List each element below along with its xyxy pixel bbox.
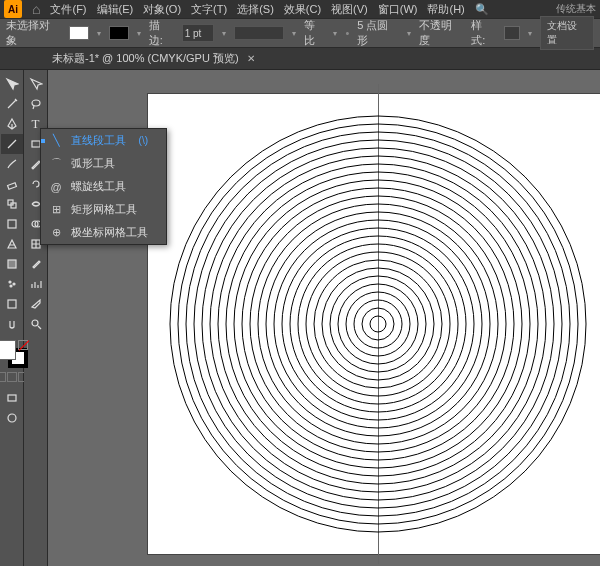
svg-point-40 [186,132,570,516]
symbol-spray-tool[interactable] [1,274,23,294]
svg-rect-0 [7,183,16,189]
perspective-tool[interactable] [1,234,23,254]
menu-view[interactable]: 视图(V) [331,2,368,17]
svg-point-29 [274,220,482,428]
artboard[interactable] [148,94,600,554]
flyout-rect-grid[interactable]: ⊞ 矩形网格工具 [41,198,166,221]
profile-select[interactable]: 5 点圆形 [357,18,399,48]
svg-point-42 [170,116,586,532]
fill-dropdown-icon[interactable]: ▾ [97,29,101,38]
svg-rect-3 [8,220,16,228]
svg-point-21 [338,284,418,364]
pen-tool[interactable] [1,114,23,134]
flyout-arc[interactable]: ⌒ 弧形工具 [41,152,166,175]
flyout-label: 极坐标网格工具 [71,225,148,240]
uniform-label[interactable]: 等比 [304,18,326,48]
svg-point-20 [346,292,410,356]
app-logo: Ai [4,0,22,18]
draw-mode-tool[interactable] [1,408,23,428]
close-icon[interactable]: ✕ [247,53,255,64]
brush-tool[interactable] [1,154,23,174]
eyedropper-tool[interactable] [25,254,47,274]
svg-point-23 [322,268,434,380]
svg-point-34 [234,180,522,468]
stroke-label: 描边: [149,18,174,48]
document-tab[interactable]: 未标题-1* @ 100% (CMYK/GPU 预览) [52,51,239,66]
menu-file[interactable]: 文件(F) [50,2,86,17]
line-tool[interactable] [1,134,23,154]
svg-point-27 [290,236,466,412]
svg-point-41 [178,124,578,524]
selection-status: 未选择对象 [6,18,61,48]
stroke-dash[interactable] [234,26,284,40]
stroke-swatch[interactable] [109,26,129,40]
menu-object[interactable]: 对象(O) [143,2,181,17]
opacity-label[interactable]: 不透明度 [419,18,463,48]
svg-point-11 [32,100,40,106]
svg-point-17 [370,316,386,332]
style-label: 样式: [471,18,496,48]
fill-swatch[interactable] [69,26,89,40]
flyout-line-segment[interactable]: ╲ 直线段工具 (\) [41,129,166,152]
lasso-tool[interactable] [25,94,47,114]
eraser-tool[interactable] [1,174,23,194]
menu-help[interactable]: 帮助(H) [427,2,464,17]
spiral-icon: @ [49,180,63,194]
scale-tool[interactable] [1,194,23,214]
svg-point-39 [194,140,562,508]
graph-tool[interactable] [25,274,47,294]
selection-tool[interactable] [1,74,23,94]
none-icon[interactable] [18,340,28,350]
style-swatch[interactable] [504,26,520,40]
svg-point-32 [250,196,506,452]
svg-point-38 [202,148,554,500]
flyout-polar-grid[interactable]: ⊕ 极坐标网格工具 [41,221,166,244]
gradient-tool[interactable] [1,254,23,274]
menu-edit[interactable]: 编辑(E) [97,2,134,17]
menu-select[interactable]: 选择(S) [237,2,274,17]
flyout-shortcut: (\) [139,135,148,146]
search-icon[interactable]: 🔍 [475,3,489,16]
artwork-circles [158,104,598,544]
svg-point-10 [8,414,16,422]
line-icon: ╲ [49,134,63,148]
fill-color[interactable] [0,340,16,360]
svg-point-28 [282,228,474,420]
free-transform-tool[interactable] [1,214,23,234]
menu-type[interactable]: 文字(T) [191,2,227,17]
svg-point-6 [13,283,15,285]
slice-tool[interactable] [25,294,47,314]
home-icon[interactable]: ⌂ [32,1,40,17]
fill-stroke-swatch[interactable] [0,340,28,368]
zoom-tool[interactable] [25,314,47,334]
direct-selection-tool[interactable] [25,74,47,94]
svg-rect-8 [8,300,16,308]
selected-dot-icon [41,139,45,143]
svg-rect-9 [8,395,16,401]
document-tabbar: 未标题-1* @ 100% (CMYK/GPU 预览) ✕ [0,48,600,70]
svg-rect-12 [32,141,40,147]
svg-point-16 [32,320,38,326]
svg-point-31 [258,204,498,444]
line-tool-flyout: ╲ 直线段工具 (\) ⌒ 弧形工具 @ 螺旋线工具 ⊞ 矩形网格工具 ⊕ 极坐… [40,128,167,245]
svg-point-25 [306,252,450,396]
svg-point-24 [314,260,442,388]
hand-tool[interactable] [1,314,23,334]
svg-point-30 [266,212,490,436]
magic-wand-tool[interactable] [1,94,23,114]
stroke-weight-input[interactable] [182,24,214,42]
stroke-weight-stepper[interactable]: ▾ [222,29,226,38]
grid-icon: ⊞ [49,203,63,217]
artboard-tool[interactable] [1,294,23,314]
svg-point-19 [354,300,402,348]
stroke-dropdown-icon[interactable]: ▾ [137,29,141,38]
menu-window[interactable]: 窗口(W) [378,2,418,17]
flyout-spiral[interactable]: @ 螺旋线工具 [41,175,166,198]
svg-point-22 [330,276,426,372]
svg-point-33 [242,188,514,460]
workspace-label[interactable]: 传统基本 [556,2,596,16]
screen-mode-tool[interactable] [1,388,23,408]
menubar: Ai ⌂ 文件(F) 编辑(E) 对象(O) 文字(T) 选择(S) 效果(C)… [0,0,600,18]
doc-setup-button[interactable]: 文档设置 [540,16,594,50]
menu-effect[interactable]: 效果(C) [284,2,321,17]
